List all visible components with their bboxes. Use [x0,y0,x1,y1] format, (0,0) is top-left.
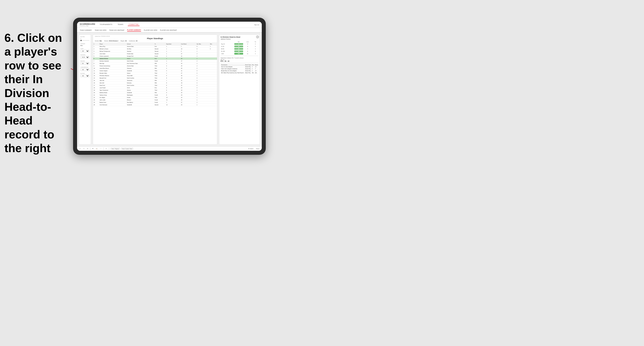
h2h-close-button[interactable]: ✕ [256,36,259,38]
filter-no-rds-value: 6 [80,38,90,39]
cell-win [209,99,217,101]
cell-player: Michael Thorbjornsen [99,50,126,53]
sub-nav-team-summary[interactable]: TEAM SUMMARY [80,29,92,31]
filter-region: Region N/A [80,60,90,65]
filter-conference-select[interactable]: (All) [80,68,90,71]
undo-btn[interactable]: ↩ [79,148,81,150]
table-row[interactable]: 16 Alex Goff Kentucky Fifth 8 19 0 [93,82,217,84]
nav-teams[interactable]: TEAMS [117,23,124,26]
cell-school: New Mexico [126,101,154,104]
table-row[interactable]: 9 Preston Summerhays Arizona State Third… [93,65,217,67]
cell-rds: 2 [196,53,209,55]
nav-committee[interactable]: COMMITTEE [128,23,140,26]
h2h-loss: 11 [243,53,252,55]
slider-container[interactable] [80,40,90,41]
tourn-col-pos: Pos [252,64,254,66]
save-custom-btn[interactable]: Save Custom View [121,148,133,150]
cell-rds: 1 [196,96,209,99]
watch-btn[interactable]: 👁 Watch [248,148,254,150]
table-row[interactable]: 3 Michael Thorbjornsen Stanford Second 1… [93,50,217,53]
sub-nav-player-h2h-grid[interactable]: PLAYER H2H GRID [144,29,157,31]
table-row[interactable]: 10 Jacob Mow-Diesso Arkansas Fifth 4 25 … [93,67,217,70]
filter-year-select[interactable]: (All) [80,50,90,52]
main-content: No Rds. 6 Gender Men Year [77,33,262,146]
table-row[interactable]: 24 Bastien Amat New Mexico Fourth 1 27 2 [93,101,217,104]
nav-tournaments[interactable]: TOURNAMENTS [99,23,113,26]
fwd-btn[interactable]: ⟳ [86,148,89,150]
table-row[interactable]: 12 Brendan Valles Auburn Third 1 27 0 [93,72,217,74]
filter-player-select[interactable]: (All) [80,74,90,77]
table-row[interactable]: 14 Maxwell Ford North Carolina Third 8 2… [93,77,217,79]
redo-btn[interactable]: ↪ [82,148,85,150]
filter-year: Year (All) [80,48,90,52]
filter-region-select[interactable]: N/A [80,62,90,65]
table-row[interactable]: 18 Luke Powell UCLA First 8 24 0 [93,87,217,89]
cell-yr: Fifth [154,79,166,82]
table-row[interactable]: 17 David Ford North Carolina Third 8 21 … [93,84,217,87]
cell-player: Preston Summerhays [99,65,126,67]
cell-conf-rank: 27 [180,60,196,62]
table-row[interactable]: 22 Ian Gilligan Florida Third 10 24 1 [93,96,217,99]
cell-num: 15 [93,79,99,82]
options-btn[interactable]: ⋯ [100,148,102,150]
h2h-rank-label: 26-50 [221,48,234,49]
paste-btn[interactable]: 📋 [95,148,98,150]
table-row[interactable]: 21 Taehoon Song Washington Fourth 8 23 1 [93,94,217,96]
share-btn[interactable]: Share [255,148,260,150]
copy-btn[interactable]: ⧉ [92,148,94,150]
filter-region-label: Region [80,60,90,62]
table-row[interactable]: 8 Mats Ege East Tennessee State Fifth 1 … [93,62,217,65]
tourn-name: Mirabel Maui Jim Intercollegiate [220,70,245,72]
cell-rds: 2 [196,55,209,57]
cell-num: 1 [93,45,99,48]
cell-reg-rank: 4 [166,70,180,72]
table-row[interactable]: 13 Phichakun Maichon Texas A&M Third 6 3… [93,74,217,77]
cell-rds: 1 [196,50,209,53]
cell-player: Jake Hall [99,79,126,82]
cell-school: Arizona State [126,65,154,67]
table-row[interactable]: 4 Luke Claton Florida State Second 1 27 … [93,53,217,55]
sub-nav-team-h2h-heatmap[interactable]: TEAM H2H HEATMAP [109,29,124,31]
h2h-wlt-label: W-L-T record in-division: [232,57,244,59]
sign-out-link[interactable]: Sign out [254,24,259,25]
table-row[interactable]: 7 Nicholas Gabrelcik North Florida Fourt… [93,60,217,62]
cell-num: 24 [93,101,99,104]
table-row[interactable]: 19 Tiger Christensen Arizona Third 8 23 … [93,89,217,92]
sub-nav-player-summary[interactable]: PLAYER SUMMARY [127,29,141,32]
tourn-type: Stroke Play [245,70,252,72]
table-row[interactable]: 11 Gordon Sargent Vanderbilt Third 4 21 … [93,70,217,72]
cell-yr: Third [154,84,166,87]
table-row[interactable]: 2 Michael La Sasso Ole Miss Second 1 10 … [93,48,217,50]
cell-school: Auburn [126,57,154,60]
sub-nav-player-h2h-heatmap[interactable]: PLAYER H2H HEATMAP [160,29,177,31]
cell-win [209,92,217,94]
table-row[interactable]: 25 Cole Sherwood Vanderbilt Second 12 23… [93,104,217,106]
tourn-score: 1&1 [254,72,258,74]
table-row[interactable]: 1 Wenyi Ding Arizona State First 1 1 8 1 [93,45,217,48]
standings-region: Region: All [120,40,127,41]
table-row[interactable]: 6 Jackson Koivun Auburn First 1 29 1 [93,57,217,60]
table-row[interactable]: 5 Christo Lamprecht Georgia Tech Fourth … [93,55,217,57]
timer-btn[interactable]: ⏱ [105,148,108,150]
cell-rds: 1 [196,57,209,60]
cell-win [209,62,217,65]
tourn-pos: 2 [252,70,254,72]
cell-win [209,50,217,53]
view-original-btn[interactable]: View: Original [110,148,120,150]
cell-conf-rank: 21 [180,79,196,82]
tournament-row: Amer Ari Intercollegiate Stroke Play 4 -… [220,66,258,68]
cell-conf-rank: 1 [180,45,196,48]
cell-yr: Third [154,70,166,72]
table-row[interactable]: 15 Jake Hall Tennessee Fifth 7 21 0 [93,79,217,82]
filter-division-select[interactable]: NCAA Division I [80,56,90,59]
cell-reg-rank: 10 [166,96,180,99]
cell-player: Luke Claton [99,53,126,55]
cell-player: Cole Sherwood [99,104,126,106]
table-row[interactable]: 20 Matthew Riedel Vanderbilt Fifth 9 24 … [93,92,217,94]
tournament-row: SEC Match Play hosted by Jerry Pate Roun… [220,72,258,74]
player-table: # Player School Yr Reg Rank Conf Rank No… [93,43,217,106]
h2h-loss: 4 [243,48,252,50]
table-row[interactable]: 23 Jack Lundin Missouri Fourth 11 24 1 [93,99,217,101]
sub-nav-team-h2h-grid[interactable]: TEAM H2H GRID [94,29,106,31]
logo-area: SCOREBOARD Powered by clippi [80,23,95,26]
